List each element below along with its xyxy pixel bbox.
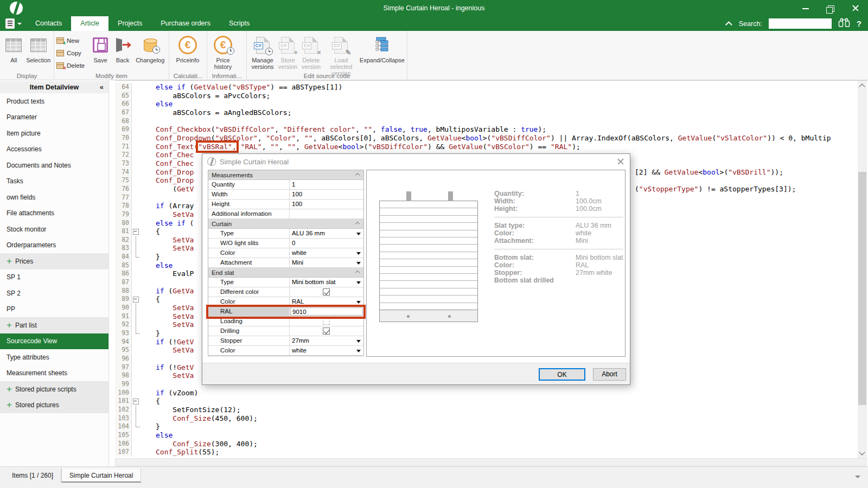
ribbon-button-load-selected-version[interactable]: C#✎Load selected version [323,33,360,76]
door-exit-icon [114,37,131,53]
sidebar-item-prices[interactable]: +Prices [0,253,108,269]
property-section-end-slat[interactable]: End slat [208,268,363,278]
property-value-loading[interactable] [290,317,363,326]
ribbon-button-new[interactable]: +New [56,35,90,46]
table-icon [5,38,22,52]
sidebar-item-product-texts[interactable]: Product texts [0,93,108,110]
sidebar-item-orderparameters[interactable]: Orderparameters [0,237,108,254]
ribbon-button-expand-collapse[interactable]: Expand/Collapse [360,33,405,63]
checkbox-icon[interactable] [323,288,330,296]
ribbon-empty-space [407,31,868,80]
abort-button[interactable]: Abort [593,368,626,381]
property-value-stopper[interactable]: 27mm [290,336,363,345]
statusbar-tab-simple-curtain-heroal[interactable]: Simple Curtain Heroal [61,468,141,483]
menu-tab-scripts[interactable]: Scripts [220,16,259,31]
binoculars-icon[interactable] [838,18,850,30]
code-token: GetV [177,338,194,346]
sidebar-item-documents-and-notes[interactable]: Documents and Notes [0,157,108,174]
code-token: "vStopperType" [639,185,699,193]
property-row-quantity: Quantity1 [208,180,363,190]
property-value-ral[interactable]: 9010 [290,307,363,316]
sidebar-item-stored-picture-scripts[interactable]: +Stored picture scripts [0,381,108,397]
menu-tab-purchase-orders[interactable]: Purchase orders [151,16,220,31]
maximize-icon[interactable] [818,0,843,16]
property-value-additional-information[interactable] [290,209,363,219]
line-number: 100 [115,389,132,397]
property-value-width[interactable]: 100 [290,190,363,199]
scrollbar-thumb[interactable] [858,172,866,405]
vertical-scrollbar[interactable] [858,81,867,458]
property-value-different-color[interactable] [290,287,363,297]
property-value-drilling[interactable] [290,326,363,336]
fold-margin [132,448,141,457]
search-input[interactable] [769,18,832,29]
ribbon-button-selection[interactable]: Selection [25,33,52,63]
property-value-w-o-light-slits[interactable]: 0 [290,239,363,248]
property-value-attachment[interactable]: Mini [290,258,363,267]
property-section-measurements[interactable]: Measurements [208,170,363,180]
ribbon-button-all[interactable]: All [2,33,25,63]
code-token: (vZoom) [164,389,199,397]
menu-tab-article[interactable]: Article [71,16,108,31]
collapse-sidebar-icon[interactable]: « [100,81,104,93]
sidebar-item-measurement-sheets[interactable]: Measurement sheets [0,365,108,382]
sidebar-item-sourcecode-view[interactable]: Sourcecode View [0,333,108,350]
sidebar-item-sp-2[interactable]: SP 2 [0,285,108,301]
dialog-close-icon[interactable] [617,158,624,165]
line-number: 106 [115,440,132,448]
sidebar-item-file-attachments[interactable]: File attachments [0,206,108,222]
scroll-up-icon[interactable] [859,84,865,89]
menu-tab-projects[interactable]: Projects [108,16,151,31]
sidebar-item-type-attributes[interactable]: Type attributes [0,349,108,365]
ribbon-button-priceinfo[interactable]: €Priceinfo [171,33,204,63]
property-value-height[interactable]: 100 [290,200,363,209]
property-value-type[interactable]: Mini bottom slat [290,278,363,287]
sidebar-item-accessories[interactable]: Accessories [0,142,108,158]
property-value-type[interactable]: ALU 36 mm [290,229,363,238]
help-icon[interactable]: ? [857,19,861,28]
sidebar-item-tasks[interactable]: Tasks [0,174,108,190]
ok-button[interactable]: OK [539,368,585,381]
ribbon-button-back[interactable]: Back [112,33,134,63]
ribbon-button-store-version[interactable]: C#+Store version [276,33,299,70]
ral-value-input[interactable]: 9010 [290,307,363,316]
minimize-icon[interactable] [793,0,818,16]
property-value-color[interactable]: white [290,346,363,355]
main-menu-button[interactable] [5,18,25,29]
property-value-quantity[interactable]: 1 [290,180,363,189]
code-token: ); [572,143,580,151]
collapse-ribbon-icon[interactable] [725,21,732,28]
property-value-color[interactable]: white [290,248,363,258]
sidebar-item-part-list[interactable]: +Part list [0,317,108,333]
sidebar-item-item-picture[interactable]: Item picture [0,125,108,142]
property-value-color[interactable]: RAL [290,297,363,306]
ribbon-button-manage-versions[interactable]: C#Manage versions [249,33,276,70]
ribbon-button-price-history[interactable]: €Price history [209,33,237,70]
sidebar-item-sp-1[interactable]: SP 1 [0,269,108,286]
fold-marker[interactable] [132,295,141,304]
close-icon[interactable] [843,0,868,16]
sidebar-item-stock-monitor[interactable]: Stock monitor [0,221,108,237]
ribbon-button-delete-version[interactable]: C#×Delete version [299,33,323,70]
code-token: , [372,125,381,133]
sidebar-item-parameter[interactable]: Parameter [0,110,108,126]
sidebar-item-stored-pictures[interactable]: +Stored pictures [0,397,108,414]
menu-tab-contacts[interactable]: Contacts [26,16,71,31]
ribbon-button-save[interactable]: Save [90,33,112,63]
horizontal-scrollbar[interactable] [115,458,867,466]
ribbon-button-changelog[interactable]: Changelog [133,33,167,63]
statusbar-tab-items-1-260[interactable]: Items [1 / 260] [4,468,61,483]
ribbon-button-delete[interactable]: ×Delete [56,60,90,70]
fold-marker[interactable] [132,397,141,406]
property-section-curtain[interactable]: Curtain [208,219,363,229]
statusbar-dropdown-icon[interactable] [855,476,860,478]
sidebar-item-pp[interactable]: PP [0,301,108,318]
scroll-down-icon[interactable] [859,449,865,455]
checkbox-icon[interactable] [323,318,330,325]
sidebar-item-own-fields[interactable]: own fields [0,189,108,206]
ribbon-button-copy[interactable]: Copy [56,48,90,58]
code-text: if (GetVa [141,287,194,296]
code-token: bool [703,168,719,176]
fold-marker[interactable] [132,227,141,236]
checkbox-icon[interactable] [323,328,330,335]
